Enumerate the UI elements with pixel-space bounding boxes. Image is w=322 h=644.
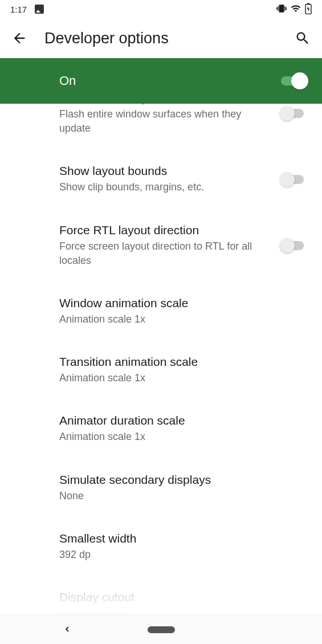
- setting-subtitle: Animation scale 1x: [59, 371, 308, 385]
- setting-subtitle: Flash entire window surfaces when they u…: [59, 107, 268, 136]
- setting-item[interactable]: Simulate secondary displaysNone: [0, 459, 322, 517]
- settings-list[interactable]: Show surface updatesFlash entire window …: [0, 104, 322, 635]
- setting-text: Transition animation scaleAnimation scal…: [59, 355, 308, 385]
- back-button[interactable]: [11, 30, 27, 46]
- status-bar: 1:17: [0, 0, 322, 18]
- setting-title: Simulate secondary displays: [59, 473, 308, 487]
- setting-item[interactable]: Smallest width392 dp: [0, 517, 322, 576]
- setting-title: Show surface updates: [59, 104, 268, 105]
- battery-icon: [305, 3, 312, 16]
- status-time: 1:17: [10, 5, 27, 14]
- picture-icon: [35, 5, 44, 14]
- search-button[interactable]: [295, 30, 311, 46]
- setting-title: Force RTL layout direction: [59, 223, 268, 237]
- setting-title: Smallest width: [59, 532, 308, 545]
- nav-home-pill[interactable]: [148, 626, 175, 633]
- setting-toggle-switch[interactable]: [280, 237, 308, 254]
- setting-item[interactable]: Transition animation scaleAnimation scal…: [0, 341, 322, 400]
- setting-title: Transition animation scale: [59, 355, 308, 369]
- setting-subtitle: Animation scale 1x: [59, 312, 308, 327]
- setting-subtitle: Show clip bounds, margins, etc.: [59, 180, 268, 194]
- setting-title: Display cutout: [59, 590, 308, 604]
- setting-item[interactable]: Show layout boundsShow clip bounds, marg…: [0, 150, 322, 209]
- setting-subtitle: Force screen layout direction to RTL for…: [59, 239, 268, 268]
- setting-text: Animator duration scaleAnimation scale 1…: [59, 414, 308, 444]
- setting-item[interactable]: Window animation scaleAnimation scale 1x: [0, 282, 322, 341]
- setting-text: Show surface updatesFlash entire window …: [59, 104, 268, 136]
- setting-text: Simulate secondary displaysNone: [59, 473, 308, 503]
- setting-subtitle: 392 dp: [59, 548, 308, 562]
- setting-toggle-switch[interactable]: [280, 105, 308, 122]
- app-header: Developer options: [0, 18, 322, 58]
- master-toggle-label: On: [59, 74, 76, 88]
- setting-text: Force RTL layout directionForce screen l…: [59, 223, 268, 268]
- setting-title: Window animation scale: [59, 296, 308, 310]
- setting-text: Window animation scaleAnimation scale 1x: [59, 296, 308, 327]
- master-toggle-row[interactable]: On: [0, 58, 322, 104]
- master-toggle-switch[interactable]: [280, 72, 308, 89]
- setting-title: Show layout bounds: [59, 164, 268, 178]
- setting-text: Smallest width392 dp: [59, 532, 308, 562]
- setting-item[interactable]: Animator duration scaleAnimation scale 1…: [0, 400, 322, 458]
- navigation-bar: [0, 614, 322, 644]
- setting-subtitle: None: [59, 489, 308, 503]
- page-title: Developer options: [44, 30, 278, 47]
- vibrate-icon: [276, 3, 287, 15]
- setting-text: Show layout boundsShow clip bounds, marg…: [59, 164, 268, 194]
- setting-item[interactable]: Force RTL layout directionForce screen l…: [0, 209, 322, 282]
- setting-item[interactable]: Show surface updatesFlash entire window …: [0, 104, 322, 150]
- svg-rect-1: [307, 3, 309, 4]
- setting-title: Animator duration scale: [59, 414, 308, 427]
- nav-back-icon[interactable]: [63, 622, 72, 637]
- setting-subtitle: Animation scale 1x: [59, 430, 308, 444]
- setting-toggle-switch[interactable]: [280, 171, 308, 188]
- wifi-icon: [290, 3, 301, 15]
